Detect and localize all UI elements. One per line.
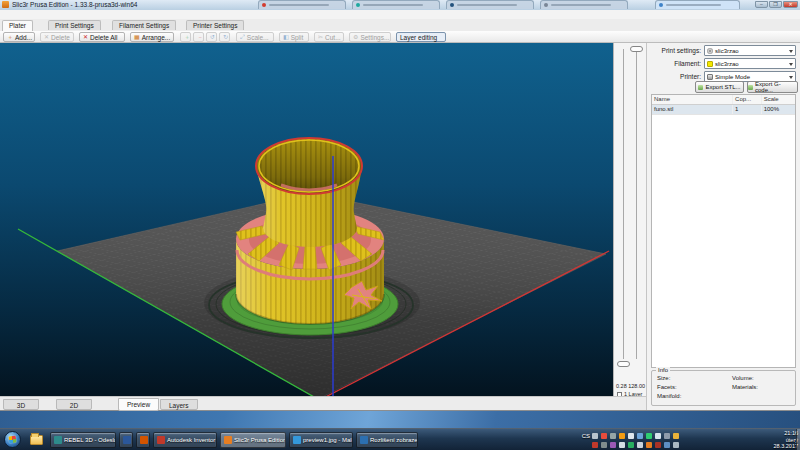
plater-scene xyxy=(0,43,613,396)
taskbar-button-inventor[interactable]: Autodesk Inventor Pr... xyxy=(153,432,217,448)
tray-icon[interactable] xyxy=(628,442,634,448)
fewer-icon: － xyxy=(197,34,203,40)
tray-icon[interactable] xyxy=(664,433,670,439)
windows-logo-icon xyxy=(9,436,17,444)
tray-icon[interactable] xyxy=(619,442,625,448)
info-title: Info xyxy=(656,367,670,373)
maximize-button[interactable]: ❐ xyxy=(769,1,782,8)
tray-icon[interactable] xyxy=(637,442,643,448)
tab-favicon-icon xyxy=(262,3,266,7)
split-button[interactable]: ◧Split xyxy=(279,32,309,42)
background-browser-tab[interactable] xyxy=(258,0,346,9)
tray-icon[interactable] xyxy=(655,433,661,439)
tray-icon[interactable] xyxy=(601,442,607,448)
background-browser-tab[interactable] xyxy=(352,0,440,9)
tray-icon[interactable] xyxy=(601,433,607,439)
filament-select[interactable]: slic3rzao xyxy=(704,58,796,69)
scale-icon: ⤢ xyxy=(240,34,245,40)
taskbar-button-app[interactable] xyxy=(136,432,150,448)
gear-icon xyxy=(707,48,713,54)
taskbar-clock[interactable]: 21:16 úterý 28.3.2017 xyxy=(756,430,798,450)
tray-icon[interactable] xyxy=(619,433,625,439)
layer-slider-panel: 0.28 128.00 1 Layer xyxy=(613,43,646,410)
layer-slider-track-low[interactable] xyxy=(623,49,624,359)
layer-editing-button[interactable]: Layer editing xyxy=(396,32,446,42)
language-indicator[interactable]: CS xyxy=(582,433,590,439)
tray-icon[interactable] xyxy=(646,442,652,448)
tab-plater[interactable]: Plater xyxy=(2,20,33,31)
delete-all-button[interactable]: ✕Delete All xyxy=(79,32,125,42)
add-button[interactable]: ＋Add... xyxy=(3,32,35,42)
materials-label: Materials: xyxy=(732,384,758,390)
more-icon: ＋ xyxy=(184,34,190,40)
tab-printer-settings[interactable]: Printer Settings xyxy=(186,20,244,30)
tab-print-settings[interactable]: Print Settings xyxy=(48,20,101,30)
settings-button[interactable]: ⚙Settings... xyxy=(349,32,391,42)
taskbar-button-paint[interactable]: preview1.jpg - Malov... xyxy=(289,432,353,448)
tray-icon[interactable] xyxy=(646,433,652,439)
close-button[interactable]: ✕ xyxy=(783,1,798,8)
object-list-header: Name Cop... Scale xyxy=(652,95,795,105)
taskbar-button-display-settings[interactable]: Rozlišení zobrazení xyxy=(356,432,418,448)
more-copies-button[interactable]: ＋ xyxy=(180,32,191,42)
tab-favicon-icon xyxy=(659,3,663,7)
explorer-icon[interactable] xyxy=(30,435,43,445)
size-label: Size: xyxy=(657,375,670,381)
word-icon xyxy=(123,436,131,444)
rotate-ccw-button[interactable]: ↺ xyxy=(206,32,217,42)
export-gcode-button[interactable]: Export G-code... xyxy=(747,81,798,93)
tray-icon[interactable] xyxy=(592,433,598,439)
rotate-cw-icon: ↻ xyxy=(223,34,228,40)
layer-slider-handle-high[interactable] xyxy=(630,46,643,52)
tray-icon[interactable] xyxy=(664,442,670,448)
fewer-copies-button[interactable]: － xyxy=(193,32,204,42)
delete-button[interactable]: ✕Delete xyxy=(40,32,74,42)
printer-icon xyxy=(707,74,713,80)
tray-icon[interactable] xyxy=(610,433,616,439)
table-row[interactable]: funo.stl 1 100% xyxy=(652,105,795,115)
desktop-wallpaper xyxy=(0,411,800,428)
tray-icon[interactable] xyxy=(673,442,679,448)
export-icon xyxy=(698,85,703,90)
filament-label: Filament: xyxy=(647,58,701,69)
background-browser-tab[interactable] xyxy=(540,0,628,9)
arrange-icon: ▦ xyxy=(134,34,140,40)
layer-slider-track-high[interactable] xyxy=(636,49,637,359)
view-tab-3d[interactable]: 3D xyxy=(3,399,39,410)
tray-icon[interactable] xyxy=(673,433,679,439)
tab-filament-settings[interactable]: Filament Settings xyxy=(112,20,176,30)
taskbar: REBEL 3D - Odeslat o... Autodesk Invento… xyxy=(0,428,800,450)
tray-icon[interactable] xyxy=(610,442,616,448)
tray-icon[interactable] xyxy=(655,442,661,448)
cut-button[interactable]: ✂Cut... xyxy=(314,32,344,42)
background-browser-tab[interactable] xyxy=(655,0,740,9)
taskbar-button-word[interactable] xyxy=(119,432,133,448)
split-icon: ◧ xyxy=(283,34,289,40)
background-browser-tab[interactable] xyxy=(446,0,534,9)
view-tab-2d[interactable]: 2D xyxy=(56,399,92,410)
taskbar-button-rebel[interactable]: REBEL 3D - Odeslat o... xyxy=(50,432,116,448)
scale-button[interactable]: ⤢Scale... xyxy=(236,32,274,42)
print-settings-select[interactable]: slic3rzao xyxy=(704,45,796,56)
manifold-label: Manifold: xyxy=(657,393,681,399)
app-icon xyxy=(54,436,62,444)
layer-value-high: 128.00 xyxy=(628,383,645,389)
app-tabbar: Plater Print Settings Filament Settings … xyxy=(0,19,800,31)
view-tab-preview[interactable]: Preview xyxy=(118,398,159,411)
minimize-button[interactable]: – xyxy=(755,1,768,8)
view-tab-layers[interactable]: Layers xyxy=(160,399,198,410)
toolbar: ＋Add... ✕Delete ✕Delete All ▦Arrange... … xyxy=(0,31,800,43)
export-stl-button[interactable]: Export STL... xyxy=(695,81,744,93)
volume-label: Volume: xyxy=(732,375,754,381)
taskbar-button-slic3r[interactable]: Slic3r Prusa Edition - ... xyxy=(220,432,286,448)
layer-slider-handle-low[interactable] xyxy=(617,361,630,367)
tray-icon[interactable] xyxy=(628,433,634,439)
arrange-button[interactable]: ▦Arrange... xyxy=(130,32,174,42)
facets-label: Facets: xyxy=(657,384,677,390)
add-icon: ＋ xyxy=(7,34,13,40)
tray-icon[interactable] xyxy=(592,442,598,448)
tray-icon[interactable] xyxy=(637,433,643,439)
3d-viewport[interactable] xyxy=(0,43,613,396)
show-desktop-button[interactable] xyxy=(796,429,800,450)
rotate-cw-button[interactable]: ↻ xyxy=(219,32,230,42)
